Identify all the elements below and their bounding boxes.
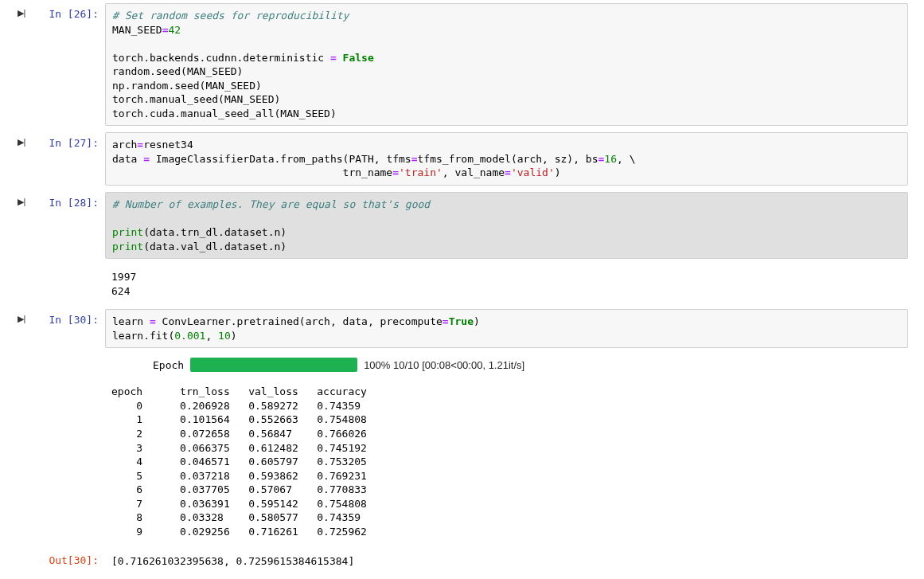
code-text: arch=resnet34 data = ImageClassifierData… — [112, 138, 901, 180]
code-cell-30[interactable]: ▶| In [30]: learn = ConvLearner.pretrain… — [16, 309, 908, 348]
out-prompt: Out[30]: — [27, 550, 105, 566]
code-input[interactable]: learn = ConvLearner.pretrained(arch, dat… — [105, 309, 908, 348]
run-cell-icon[interactable]: ▶| — [16, 132, 27, 147]
code-text: # Set random seeds for reproducibility M… — [112, 9, 901, 120]
code-cell-27[interactable]: ▶| In [27]: arch=resnet34 data = ImageCl… — [16, 132, 908, 186]
result-text: [0.716261032395638, 0.7259615384615384] — [105, 550, 908, 573]
result-cell-30: Out[30]: [0.716261032395638, 0.725961538… — [16, 550, 908, 573]
progress-text: 100% 10/10 [00:08<00:00, 1.21it/s] — [364, 359, 524, 371]
output-cell-30: Epoch 100% 10/10 [00:08<00:00, 1.21it/s]… — [16, 354, 908, 543]
code-input[interactable]: # Number of examples. They are equal so … — [105, 192, 908, 259]
notebook: ▶| In [26]: # Set random seeds for repro… — [0, 0, 924, 579]
in-prompt: In [27]: — [27, 132, 105, 149]
run-cell-icon[interactable]: ▶| — [16, 309, 27, 324]
code-input[interactable]: # Set random seeds for reproducibility M… — [105, 3, 908, 126]
code-text: # Number of examples. They are equal so … — [112, 198, 901, 253]
run-cell-icon[interactable]: ▶| — [16, 3, 27, 18]
training-log: epoch trn_loss val_loss accuracy 0 0.206… — [105, 380, 908, 543]
progress-bar-row: Epoch 100% 10/10 [00:08<00:00, 1.21it/s] — [105, 354, 908, 380]
run-cell-icon[interactable]: ▶| — [16, 192, 27, 207]
stdout-text: 1997 624 — [105, 265, 908, 303]
code-text: learn = ConvLearner.pretrained(arch, dat… — [112, 315, 901, 342]
progress-label: Epoch — [153, 359, 184, 371]
code-cell-26[interactable]: ▶| In [26]: # Set random seeds for repro… — [16, 3, 908, 126]
code-cell-28[interactable]: ▶| In [28]: # Number of examples. They a… — [16, 192, 908, 259]
progress-bar — [190, 358, 357, 372]
code-input[interactable]: arch=resnet34 data = ImageClassifierData… — [105, 132, 908, 186]
in-prompt: In [30]: — [27, 309, 105, 326]
in-prompt: In [26]: — [27, 3, 105, 20]
output-cell-28: 1997 624 — [16, 265, 908, 303]
in-prompt: In [28]: — [27, 192, 105, 209]
